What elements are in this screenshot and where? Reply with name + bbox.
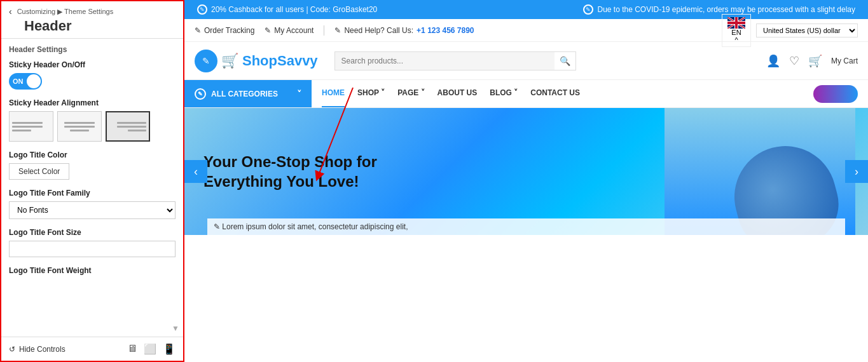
utility-separator — [324, 25, 324, 36]
logo-color-setting: Logo Title Color Select Color — [9, 151, 176, 180]
language-selector[interactable]: EN ^ — [722, 14, 751, 47]
section-label: Header Settings — [9, 45, 176, 54]
monitor-icon[interactable]: 🖥 — [127, 343, 137, 355]
align-line — [70, 130, 89, 131]
lang-chevron: ^ — [734, 36, 738, 44]
currency-selector[interactable]: United States (US) dollar — [756, 23, 858, 37]
notif-left: ✎ 20% Cashback for all users | Code: Gro… — [197, 4, 377, 15]
align-line — [128, 130, 146, 131]
nav-links: HOME SHOP ˅ PAGE ˅ ABOUT US BLOG ˅ CONTA… — [312, 80, 590, 107]
panel-bottom-bar: ↺ Hide Controls 🖥 ⬜ 📱 — [1, 337, 183, 361]
my-account-link[interactable]: ✎ My Account — [265, 26, 313, 35]
phone-number[interactable]: +1 123 456 7890 — [417, 26, 474, 35]
toggle-knob — [27, 74, 41, 88]
toggle-wrapper: ON — [9, 73, 176, 90]
search-input[interactable] — [334, 51, 576, 70]
preview-area: ✎ 20% Cashback for all users | Code: Gro… — [184, 0, 868, 362]
mobile-icon[interactable]: 📱 — [163, 343, 176, 355]
breadcrumb: ‹ Customizing ▶ Theme Settings — [9, 6, 176, 17]
back-arrow-button[interactable]: ‹ — [9, 6, 12, 17]
cart-icon[interactable]: 🛒 — [808, 54, 822, 68]
carousel-next-button[interactable]: › — [845, 160, 868, 183]
utility-bar: ✎ Order Tracking ✎ My Account ✎ Need Hel… — [184, 19, 868, 42]
panel-body: Header Settings Sticky Header On/Off ON … — [1, 39, 183, 337]
logo-title: ShopSavvy — [242, 53, 318, 69]
sticky-header-label: Sticky Header On/Off — [9, 60, 176, 69]
hide-controls-label: Hide Controls — [19, 345, 65, 354]
sticky-header-toggle[interactable]: ON — [9, 73, 42, 90]
font-family-select[interactable]: No Fonts — [9, 201, 176, 219]
align-line — [117, 122, 146, 124]
svg-rect-4 — [727, 22, 745, 24]
caption-icon: ✎ — [214, 222, 220, 231]
order-tracking-link[interactable]: ✎ Order Tracking — [195, 26, 254, 35]
hero-text: Your One-Stop Shop for Everything You Lo… — [184, 139, 396, 204]
notif-left-icon: ✎ — [197, 4, 207, 15]
align-line — [64, 122, 95, 124]
my-account-text: My Account — [274, 26, 313, 35]
nav-about[interactable]: ABOUT US — [437, 80, 478, 107]
hide-controls-button[interactable]: ↺ Hide Controls — [9, 345, 65, 354]
scroll-down-indicator: ▼ — [172, 324, 179, 333]
logo-color-label: Logo Title Color — [9, 151, 176, 159]
lang-code: EN — [731, 29, 741, 36]
search-button[interactable]: 🔍 — [555, 51, 576, 70]
hero-section: ‹ Your One-Stop Shop for Everything You … — [184, 108, 868, 235]
hero-image — [665, 108, 855, 235]
nav-contact[interactable]: CONTACT US — [530, 80, 580, 107]
align-line — [64, 126, 95, 128]
logo-font-weight-label: Logo Title Font Weight — [9, 266, 176, 275]
align-right-option[interactable] — [106, 111, 150, 142]
align-line — [117, 126, 146, 128]
carousel-prev-button[interactable]: ‹ — [184, 160, 207, 183]
hero-caption-text: Lorem ipsum dolor sit amet, consectetur … — [222, 222, 408, 231]
uk-flag-icon — [727, 17, 745, 29]
all-categories-label: ALL CATEGORIES — [211, 90, 278, 98]
sticky-header-setting: Sticky Header On/Off ON — [9, 60, 176, 90]
all-categories-button[interactable]: ✎ ALL CATEGORIES ˅ — [184, 80, 312, 107]
align-left-option[interactable] — [9, 111, 53, 142]
my-account-icon: ✎ — [265, 26, 271, 35]
logo-font-size-setting: Logo Title Font Size — [9, 228, 176, 257]
breadcrumb-text: Customizing ▶ Theme Settings — [17, 8, 113, 16]
align-line — [12, 130, 31, 131]
font-size-input[interactable] — [9, 241, 176, 257]
phone-icon: ✎ — [334, 26, 341, 35]
nav-shop[interactable]: SHOP ˅ — [357, 80, 385, 107]
logo-font-size-label: Logo Title Font Size — [9, 228, 176, 237]
order-track-icon: ✎ — [195, 26, 201, 35]
circle-arrow-icon: ↺ — [9, 345, 15, 354]
nav-blog[interactable]: BLOG ˅ — [490, 80, 518, 107]
notif-right-icon: ✎ — [583, 4, 593, 15]
nav-page[interactable]: PAGE ˅ — [397, 80, 424, 107]
align-center-option[interactable] — [57, 111, 102, 142]
search-bar: 🔍 — [334, 51, 576, 70]
need-help-text: Need Help? Call Us: — [344, 26, 413, 35]
select-color-button[interactable]: Select Color — [9, 163, 69, 180]
hero-title-line1: Your One-Stop Shop for — [203, 152, 377, 171]
nav-bar: ✎ ALL CATEGORIES ˅ HOME SHOP ˅ PAGE ˅ AB… — [184, 80, 868, 108]
hero-title-line2: Everything You Love! — [203, 171, 377, 191]
nav-right — [813, 85, 868, 103]
customizer-panel: ‹ Customizing ▶ Theme Settings Header He… — [0, 0, 184, 362]
utility-right: EN ^ United States (US) dollar — [722, 14, 858, 47]
my-cart-label: My Cart — [831, 57, 858, 65]
wishlist-icon[interactable]: ♡ — [789, 54, 799, 68]
alignment-setting: Sticky Header Alignment — [9, 98, 176, 142]
logo-font-family-setting: Logo Title Font Family No Fonts — [9, 189, 176, 219]
tablet-icon[interactable]: ⬜ — [144, 343, 156, 355]
alignment-label: Sticky Header Alignment — [9, 98, 176, 107]
align-line — [12, 122, 43, 124]
nav-home[interactable]: HOME — [322, 80, 345, 107]
header-actions: 👤 ♡ 🛒 My Cart — [766, 54, 858, 68]
promo-button[interactable] — [813, 85, 858, 103]
user-icon[interactable]: 👤 — [766, 54, 780, 68]
logo-cart-icon: 🛒 — [221, 53, 238, 69]
all-cat-icon: ✎ — [195, 88, 206, 100]
notif-right-text: Due to the COVID-19 epidemic, orders may… — [597, 5, 855, 14]
shop-header: ✎ 🛒 ShopSavvy 🔍 👤 ♡ 🛒 My Cart — [184, 42, 868, 80]
alignment-options — [9, 111, 176, 142]
panel-header: ‹ Customizing ▶ Theme Settings Header — [1, 1, 183, 39]
logo-area: ✎ 🛒 ShopSavvy — [195, 50, 318, 72]
hero-caption: ✎ Lorem ipsum dolor sit amet, consectetu… — [207, 218, 845, 235]
